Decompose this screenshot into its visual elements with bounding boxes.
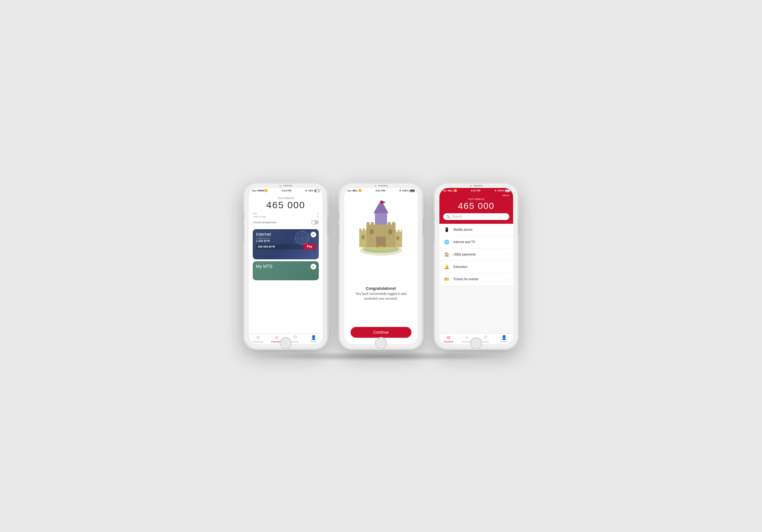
- phone-2-top: [368, 184, 394, 188]
- phone-1-top: [273, 184, 298, 188]
- fee-value: 0: [318, 212, 319, 215]
- battery-icon-2: [410, 190, 415, 192]
- fee-row-1: Fee 0: [253, 212, 319, 215]
- tab-profile-1[interactable]: 👤 Profile: [304, 335, 323, 343]
- tab-payments-label-3: Payments: [443, 341, 453, 343]
- tab-profile-3[interactable]: 👤 Profile: [495, 335, 513, 343]
- internet-card-checkbox[interactable]: ✓: [311, 232, 316, 237]
- chevron-icon-4: ›: [508, 265, 509, 268]
- camera-dot-2: [375, 185, 376, 187]
- tab-payments-label-1: Payments: [253, 341, 263, 343]
- tab-payments-3[interactable]: ⊙ Payments: [439, 335, 458, 343]
- svg-rect-10: [398, 230, 400, 234]
- congratulations-text: Congratulations! You have successfully l…: [350, 286, 412, 301]
- chevron-icon-1: ›: [508, 228, 509, 231]
- phone-2: ●●●○ BELL 📶 4:21 PM ∗ 100%: [340, 184, 422, 348]
- chevron-icon-5: ›: [508, 277, 509, 281]
- tab-profile-label-3: Profile: [501, 341, 507, 343]
- search-placeholder: Search: [452, 215, 462, 218]
- mobile-phone-label: Mobile phone: [453, 228, 505, 231]
- mts-card-checkbox[interactable]: ✓: [311, 264, 316, 269]
- tab-profile-label-1: Profile: [310, 341, 317, 343]
- chevron-icon-3: ›: [508, 253, 509, 256]
- wifi-icon-2: 📶: [358, 189, 362, 192]
- balance-amount-3: 465 000: [443, 200, 509, 211]
- choose-payments[interactable]: Choose all payments: [253, 218, 319, 227]
- check-icon: ✓: [312, 233, 315, 237]
- profile-icon-1: 👤: [311, 335, 316, 340]
- svg-rect-11: [401, 230, 402, 234]
- list-item-utility[interactable]: 🏠 Utility payments ›: [439, 249, 513, 261]
- battery-icon-3: [505, 190, 510, 192]
- camera-dot-3: [470, 185, 472, 187]
- battery-icon-1: [314, 190, 319, 192]
- history-icon: ⏱: [293, 335, 297, 340]
- carrier-1: ●●●○ VIRGIN: [252, 190, 264, 192]
- congrats-title: Congratulations!: [350, 286, 412, 291]
- phone1-content: Your balance 465 000 Fee 0 Total to pay …: [249, 193, 323, 333]
- phone2-content: Congratulations! You have successfully l…: [344, 193, 418, 344]
- svg-marker-31: [381, 200, 386, 204]
- svg-rect-14: [366, 222, 370, 226]
- profile-icon-3: 👤: [501, 335, 507, 340]
- list-item-education[interactable]: 🔔 Education ›: [439, 261, 513, 273]
- continue-button[interactable]: Continue: [350, 327, 412, 338]
- wifi-icon-3: 📶: [454, 189, 457, 192]
- balance-label-1: Your balance: [253, 196, 319, 200]
- carrier-3: ●●●○ BELL: [443, 190, 453, 192]
- svg-rect-25: [375, 213, 387, 225]
- svg-point-33: [371, 233, 373, 234]
- svg-rect-19: [388, 222, 391, 226]
- phone-1-screen: ●●●○ VIRGIN 📶 4:21 PM ∗ 22% Your balance…: [249, 188, 323, 344]
- list-item-mobile[interactable]: 📱 Mobile phone ›: [439, 224, 513, 236]
- home-button-3[interactable]: [470, 337, 482, 349]
- wifi-icon-1: 📶: [265, 189, 267, 192]
- list-item-internet[interactable]: 🌐 Internet and TV ›: [439, 236, 513, 249]
- phone-2-screen: ●●●○ BELL 📶 4:21 PM ∗ 100%: [344, 188, 418, 344]
- status-bar-3: ●●●○ BELL 📶 4:21 PM ∗ 100%: [439, 188, 513, 193]
- tickets-label: Tickets for events: [453, 277, 505, 281]
- search-bar[interactable]: 🔍 Search: [443, 213, 509, 220]
- status-bar-1: ●●●○ VIRGIN 📶 4:21 PM ∗ 22%: [249, 188, 323, 193]
- svg-rect-12: [396, 236, 399, 240]
- card-amount: 250 000 BYR: [256, 244, 304, 249]
- phone-3-screen: ●●●○ BELL 📶 4:21 PM ∗ 100% Minsk Your ba…: [439, 188, 513, 344]
- payment-list: 📱 Mobile phone › 🌐 Internet and TV › 🏠 U…: [439, 224, 513, 333]
- internet-tv-icon: 🌐: [443, 239, 450, 246]
- phone-3: ●●●○ BELL 📶 4:21 PM ∗ 100% Minsk Your ba…: [435, 184, 517, 348]
- internet-tv-label: Internet and TV: [453, 240, 505, 244]
- mts-card[interactable]: My MTS ✓: [253, 261, 319, 280]
- total-row-1: Total to pay 0: [253, 215, 319, 218]
- svg-rect-20: [392, 222, 395, 226]
- svg-rect-32: [378, 246, 383, 249]
- city-label: Minsk: [443, 194, 509, 197]
- balance-label-3: Your balance: [443, 197, 509, 200]
- education-icon: 🔔: [443, 264, 450, 270]
- favourites-icon-3: ☆: [465, 335, 469, 340]
- phone3-header: Minsk Your balance 465 000 🔍 Search: [439, 193, 513, 224]
- phone-3-top: [464, 184, 489, 188]
- home-button-2[interactable]: [375, 337, 387, 349]
- phone-1: ●●●○ VIRGIN 📶 4:21 PM ∗ 22% Your balance…: [245, 184, 327, 348]
- speaker-2: [378, 185, 388, 186]
- balance-section-1: Your balance 465 000: [253, 195, 319, 212]
- battery-percent-2: 100%: [402, 189, 409, 192]
- education-label: Education: [453, 265, 505, 268]
- svg-point-34: [390, 233, 391, 234]
- time-2: 4:21 PM: [375, 189, 385, 192]
- home-button-1[interactable]: [280, 337, 292, 349]
- bluetooth-icon-3: ∗: [495, 189, 496, 192]
- pay-button[interactable]: Pay: [304, 244, 316, 249]
- svg-rect-4: [359, 229, 362, 232]
- list-item-tickets[interactable]: 🎫 Tickets for events ›: [439, 273, 513, 286]
- favourites-icon: ☆: [275, 335, 279, 340]
- total-label: Total to pay: [253, 215, 266, 218]
- castle-illustration: [352, 196, 410, 259]
- internet-card[interactable]: Internet COMMISSION 1 530 BYR 250 000 BY…: [253, 229, 319, 259]
- tab-payments-1[interactable]: ⊙ Payments: [249, 335, 267, 343]
- balance-amount-1: 465 000: [253, 200, 319, 210]
- svg-rect-7: [362, 235, 365, 239]
- toggle-switch[interactable]: [311, 220, 319, 224]
- fee-label: Fee: [253, 212, 257, 215]
- total-value: 0: [318, 215, 319, 218]
